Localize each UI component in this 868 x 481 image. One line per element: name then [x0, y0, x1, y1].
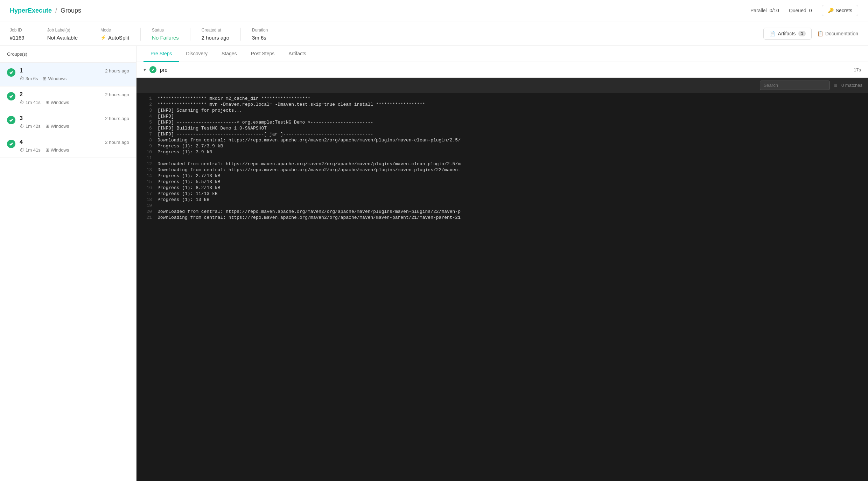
group-check-icon: [7, 92, 15, 100]
line-number: 15: [142, 179, 152, 184]
step-duration-label: 17s: [854, 67, 861, 72]
line-number: 16: [142, 185, 152, 190]
group-item[interactable]: 3 ⏱ 1m 42s ⊞ Windows 2 hours ago: [0, 110, 136, 134]
group-os: ⊞ Windows: [43, 76, 66, 81]
group-meta: ⏱ 1m 41s ⊞ Windows: [20, 100, 101, 105]
line-number: 13: [142, 167, 152, 173]
step-name-label: pre: [160, 67, 168, 73]
secrets-button[interactable]: 🔑 Secrets: [822, 5, 858, 16]
main-layout: Groups(s) 1 ⏱ 3m 6s ⊞ Windows 2 hours ag…: [0, 46, 868, 481]
tabs-container: Pre StepsDiscoveryStagesPost StepsArtifa…: [144, 46, 313, 62]
line-text: Downloading from central: https://repo.m…: [158, 167, 461, 173]
line-text: [INFO] Scanning for projects...: [158, 108, 242, 113]
group-info: 2 ⏱ 1m 41s ⊞ Windows: [20, 91, 101, 105]
parallel-value: 0/10: [770, 8, 779, 13]
tab-discovery[interactable]: Discovery: [179, 46, 214, 62]
clock-icon: ⏱: [20, 76, 24, 81]
line-text: Downloading from central: https://repo.m…: [158, 215, 461, 220]
job-label-label: Job Label(s): [47, 28, 78, 33]
job-id-section: Job ID #1169: [10, 28, 36, 41]
tabs-bar: Pre StepsDiscoveryStagesPost StepsArtifa…: [136, 46, 868, 62]
line-number: 3: [142, 108, 152, 113]
group-os: ⊞ Windows: [46, 124, 69, 129]
matches-text: 0 matches: [841, 83, 862, 88]
terminal-line: 13 Downloading from central: https://rep…: [136, 167, 868, 173]
terminal-line: 5 [INFO] ----------------------< org.exa…: [136, 119, 868, 125]
windows-icon: ⊞: [46, 147, 49, 153]
line-number: 9: [142, 144, 152, 149]
windows-icon: ⊞: [46, 100, 49, 105]
group-item[interactable]: 1 ⏱ 3m 6s ⊞ Windows 2 hours ago: [0, 63, 136, 86]
group-check-icon: [7, 140, 15, 148]
line-number: 19: [142, 203, 152, 208]
brand-name[interactable]: HyperExecute: [10, 7, 52, 14]
terminal-line: 12 Downloaded from central: https://repo…: [136, 161, 868, 167]
line-number: 8: [142, 138, 152, 143]
groups-list: 1 ⏱ 3m 6s ⊞ Windows 2 hours ago 2 ⏱: [0, 63, 136, 158]
group-meta: ⏱ 1m 41s ⊞ Windows: [20, 147, 101, 153]
group-number: 4: [20, 139, 101, 145]
group-time: 2 hours ago: [105, 91, 129, 97]
terminal-window[interactable]: ≡ 0 matches 1 ****************** mkdir m…: [136, 78, 868, 481]
line-number: 6: [142, 126, 152, 131]
tab-post-steps[interactable]: Post Steps: [244, 46, 282, 62]
terminal-search-input[interactable]: [760, 81, 830, 90]
nav-right-section: Parallel 0/10 Queued 0 🔑 Secrets: [750, 5, 858, 16]
autosplit-icon: ⚡: [100, 35, 106, 40]
queued-label: Queued: [789, 8, 806, 13]
line-number: 10: [142, 149, 152, 155]
group-number: 1: [20, 68, 101, 74]
secrets-label: Secrets: [836, 8, 852, 13]
tab-pre-steps[interactable]: Pre Steps: [144, 46, 179, 62]
group-meta: ⏱ 3m 6s ⊞ Windows: [20, 76, 101, 81]
terminal-line: 1 ****************** mkdir m2_cache_dir …: [136, 96, 868, 102]
parallel-label: Parallel: [750, 8, 767, 13]
group-meta: ⏱ 1m 42s ⊞ Windows: [20, 124, 101, 129]
terminal-line: 9 Progress (1): 2.7/3.9 kB: [136, 143, 868, 149]
line-number: 2: [142, 102, 152, 107]
terminal-line: 17 Progress (1): 11/13 kB: [136, 191, 868, 197]
documentation-button[interactable]: 📋 Documentation: [817, 31, 858, 36]
group-info: 4 ⏱ 1m 41s ⊞ Windows: [20, 139, 101, 153]
line-number: 11: [142, 155, 152, 161]
line-text: Progress (1): 3.9 kB: [158, 149, 212, 155]
group-number: 2: [20, 91, 101, 98]
terminal-content: 1 ****************** mkdir m2_cache_dir …: [136, 93, 868, 223]
line-text: Progress (1): 11/13 kB: [158, 191, 218, 196]
terminal-line: 20 Downloaded from central: https://repo…: [136, 209, 868, 215]
tab-artifacts[interactable]: Artifacts: [281, 46, 313, 62]
job-label-section: Job Label(s) Not Available: [47, 28, 89, 41]
job-id-value: #1169: [10, 35, 24, 41]
line-number: 14: [142, 173, 152, 179]
group-time: 2 hours ago: [105, 115, 129, 121]
top-nav: HyperExecute / Groups Parallel 0/10 Queu…: [0, 0, 868, 21]
group-number: 3: [20, 115, 101, 121]
artifacts-button[interactable]: 📄 Artifacts 1: [763, 28, 812, 40]
line-text: Downloaded from central: https://repo.ma…: [158, 209, 461, 214]
group-check-icon: [7, 68, 15, 77]
terminal-line: 6 [INFO] Building TestNG_Demo 1.0-SNAPSH…: [136, 125, 868, 131]
group-os: ⊞ Windows: [46, 100, 69, 105]
terminal-line: 21 Downloading from central: https://rep…: [136, 215, 868, 221]
group-duration: ⏱ 1m 41s: [20, 147, 41, 153]
terminal-line: 16 Progress (1): 8.2/13 kB: [136, 185, 868, 191]
line-number: 7: [142, 132, 152, 137]
terminal-line: 19: [136, 203, 868, 209]
sidebar-header: Groups(s): [0, 46, 136, 63]
job-mode-section: Mode ⚡ AutoSplit: [100, 28, 141, 41]
search-lines-icon[interactable]: ≡: [834, 82, 837, 89]
tab-stages[interactable]: Stages: [215, 46, 244, 62]
line-text: [INFO] --------------------------------[…: [158, 132, 373, 137]
line-text: [INFO] Building TestNG_Demo 1.0-SNAPSHOT: [158, 126, 267, 131]
group-time: 2 hours ago: [105, 139, 129, 145]
clock-icon: ⏱: [20, 100, 24, 105]
artifacts-button-label: Artifacts: [778, 31, 796, 36]
collapse-icon[interactable]: ▾: [144, 67, 146, 72]
key-icon: 🔑: [828, 8, 834, 13]
group-item[interactable]: 2 ⏱ 1m 41s ⊞ Windows 2 hours ago: [0, 86, 136, 110]
job-label-value: Not Available: [47, 35, 78, 41]
group-duration: ⏱ 1m 41s: [20, 100, 41, 105]
group-os: ⊞ Windows: [46, 147, 69, 153]
group-time: 2 hours ago: [105, 68, 129, 74]
group-item[interactable]: 4 ⏱ 1m 41s ⊞ Windows 2 hours ago: [0, 134, 136, 158]
